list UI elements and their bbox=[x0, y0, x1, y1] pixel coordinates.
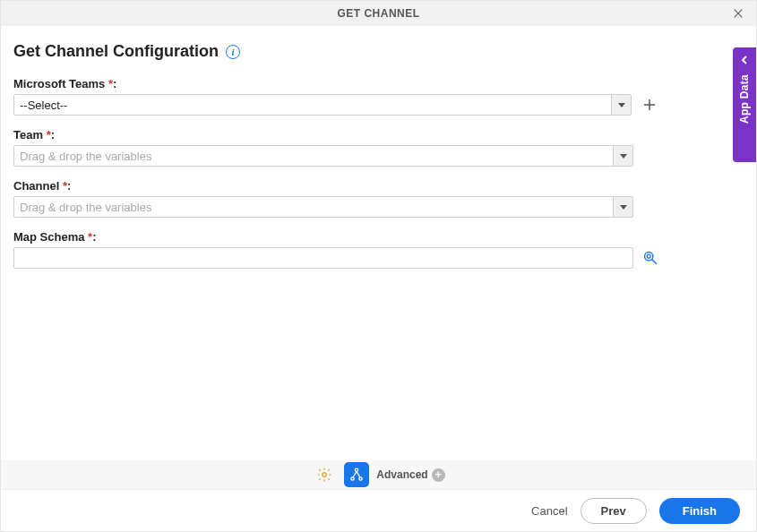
content-area: Get Channel Configuration i Microsoft Te… bbox=[1, 26, 756, 269]
svg-line-11 bbox=[353, 471, 357, 476]
team-select[interactable]: Drag & drop the variables bbox=[13, 145, 633, 167]
svg-point-5 bbox=[647, 254, 650, 258]
app-data-panel-label: App Data bbox=[738, 74, 751, 124]
advanced-toggle[interactable]: Advanced + bbox=[376, 468, 444, 482]
microsoft-teams-label: Microsoft Teams *: bbox=[13, 77, 744, 90]
field-microsoft-teams: Microsoft Teams *: --Select-- bbox=[13, 77, 744, 116]
field-channel: Channel *: Drag & drop the variables bbox=[13, 179, 744, 218]
prev-button[interactable]: Prev bbox=[581, 498, 647, 524]
svg-point-10 bbox=[359, 477, 362, 480]
svg-point-7 bbox=[323, 473, 327, 477]
info-icon[interactable]: i bbox=[226, 45, 240, 59]
flow-icon[interactable] bbox=[344, 462, 369, 487]
chevron-down-icon[interactable] bbox=[613, 197, 632, 217]
field-team: Team *: Drag & drop the variables bbox=[13, 128, 744, 167]
chevron-down-icon[interactable] bbox=[611, 95, 631, 115]
chevron-left-icon bbox=[739, 55, 750, 65]
svg-line-12 bbox=[357, 471, 360, 476]
schema-browse-icon[interactable] bbox=[642, 250, 658, 266]
field-map-schema: Map Schema *: bbox=[13, 230, 744, 269]
settings-icon[interactable] bbox=[312, 462, 337, 487]
footer-buttons: Cancel Prev Finish bbox=[1, 489, 756, 531]
finish-button[interactable]: Finish bbox=[659, 498, 740, 524]
channel-select[interactable]: Drag & drop the variables bbox=[13, 196, 633, 218]
cancel-button[interactable]: Cancel bbox=[531, 504, 567, 518]
channel-label: Channel *: bbox=[13, 179, 744, 193]
page-title: Get Channel Configuration bbox=[13, 42, 219, 61]
add-connection-button[interactable] bbox=[641, 96, 658, 114]
microsoft-teams-select-value: --Select-- bbox=[14, 95, 611, 115]
plus-circle-icon: + bbox=[432, 468, 445, 482]
team-label: Team *: bbox=[13, 128, 744, 142]
map-schema-label: Map Schema *: bbox=[13, 230, 744, 244]
footer-toolbar: Advanced + bbox=[1, 460, 756, 489]
svg-point-8 bbox=[356, 468, 358, 471]
microsoft-teams-select[interactable]: --Select-- bbox=[13, 94, 632, 116]
close-icon[interactable] bbox=[729, 4, 747, 22]
page-header: Get Channel Configuration i bbox=[13, 42, 744, 61]
svg-line-6 bbox=[652, 260, 656, 263]
dialog-title: GET CHANNEL bbox=[337, 7, 419, 20]
svg-point-9 bbox=[351, 477, 354, 480]
chevron-down-icon[interactable] bbox=[613, 146, 632, 166]
team-select-placeholder: Drag & drop the variables bbox=[14, 146, 613, 166]
titlebar: GET CHANNEL bbox=[1, 1, 756, 26]
channel-select-placeholder: Drag & drop the variables bbox=[14, 197, 613, 217]
map-schema-input[interactable] bbox=[13, 247, 633, 269]
app-data-panel-toggle[interactable]: App Data bbox=[733, 47, 756, 162]
